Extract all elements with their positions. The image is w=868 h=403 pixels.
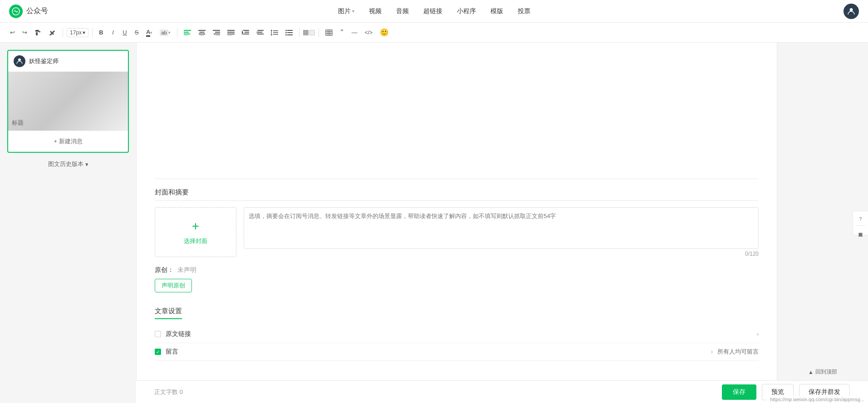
nav-item-hyperlink[interactable]: 超链接 xyxy=(417,5,449,18)
nav-item-audio[interactable]: 音频 xyxy=(390,5,415,18)
svg-rect-2 xyxy=(184,32,189,33)
comment-arrow-icon: › xyxy=(711,349,713,355)
help-divider xyxy=(856,225,865,226)
format-paint-button[interactable] xyxy=(32,27,44,38)
bold-button[interactable]: B xyxy=(96,27,106,38)
settings-rows: 原文链接 › ✓ 留言 › 所有人均可留言 xyxy=(155,325,759,361)
comment-value: 所有人均可留言 xyxy=(717,348,759,356)
svg-rect-3 xyxy=(184,34,190,34)
hr-button[interactable]: — xyxy=(349,27,360,38)
user-avatar[interactable] xyxy=(843,4,859,19)
font-size-selector[interactable]: 17px ▾ xyxy=(67,28,88,37)
bottom-bar: 正文字数 0 保存 预览 保存并群发 xyxy=(136,380,868,403)
editor-toolbar: ↩ ↪ 17px ▾ B I U S A ▾ ab ▾ xyxy=(0,23,868,43)
svg-rect-34 xyxy=(326,30,332,35)
svg-rect-1 xyxy=(184,30,191,31)
original-link-arrow-icon: › xyxy=(757,331,759,337)
quote-button[interactable]: " xyxy=(337,27,347,39)
nav-item-video[interactable]: 视频 xyxy=(363,5,388,18)
align-center-button[interactable] xyxy=(196,28,208,38)
strikethrough-button[interactable]: S xyxy=(132,27,142,38)
original-row: 原创： 未声明 xyxy=(155,266,759,274)
abstract-area: 0/120 xyxy=(244,207,759,257)
article-card-header: 妖怪鉴定师 xyxy=(8,51,128,72)
abstract-textarea[interactable] xyxy=(244,207,759,249)
help-feedback-item[interactable]: 重到问题 xyxy=(856,228,865,231)
svg-rect-26 xyxy=(273,32,278,33)
history-arrow-icon: ▾ xyxy=(85,161,88,168)
emoji-button[interactable]: 🙂 xyxy=(377,26,392,39)
indent-button[interactable] xyxy=(239,28,252,38)
svg-rect-16 xyxy=(227,35,232,36)
left-sidebar: 妖怪鉴定师 标题 + 新建消息 图文历史版本 ▾ xyxy=(0,43,136,403)
question-icon: ? xyxy=(859,217,862,222)
editor-content[interactable] xyxy=(155,52,759,170)
svg-point-33 xyxy=(285,34,287,35)
logo-icon xyxy=(9,5,23,18)
nav-center: 图片 ▾ 视频 音频 超链接 小程序 模版 投票 xyxy=(332,5,537,18)
underline-button[interactable]: U xyxy=(120,27,130,38)
history-link[interactable]: 图文历史版本 ▾ xyxy=(7,160,129,168)
nav-item-template[interactable]: 模版 xyxy=(484,5,510,18)
help-question-item[interactable]: ? xyxy=(858,215,864,223)
redo-button[interactable]: ↪ xyxy=(20,27,30,38)
align-justify-button[interactable] xyxy=(225,28,237,38)
back-to-top-button[interactable]: ▲ 回到顶部 xyxy=(808,368,837,376)
divider-1 xyxy=(63,28,63,37)
original-section: 原创： 未声明 声明原创 xyxy=(155,266,759,300)
svg-rect-10 xyxy=(215,32,220,33)
align-left-button[interactable] xyxy=(181,28,194,38)
original-link-checkbox[interactable] xyxy=(155,331,161,337)
line-height-button[interactable] xyxy=(268,27,281,38)
help-panel: ? 重到问题 xyxy=(853,211,868,235)
cover-select-box[interactable]: + 选择封面 xyxy=(155,207,236,257)
align-right-button[interactable] xyxy=(210,28,223,38)
svg-rect-23 xyxy=(258,34,264,34)
cover-select-text: 选择封面 xyxy=(184,237,207,245)
clear-format-button[interactable] xyxy=(46,27,59,38)
italic-button[interactable]: I xyxy=(108,27,118,38)
original-status: 未声明 xyxy=(177,266,196,274)
divider-4 xyxy=(299,28,299,37)
svg-rect-22 xyxy=(258,32,262,33)
outdent-button[interactable] xyxy=(254,28,266,38)
word-count-label: 正文字数 0 xyxy=(154,388,716,396)
svg-rect-28 xyxy=(287,30,293,31)
nav-item-vote[interactable]: 投票 xyxy=(511,5,537,18)
code-button[interactable]: </> xyxy=(362,28,375,38)
comment-checkbox[interactable]: ✓ xyxy=(155,349,161,355)
nav-item-image[interactable]: 图片 ▾ xyxy=(332,5,361,18)
save-button[interactable]: 保存 xyxy=(722,384,756,400)
svg-rect-29 xyxy=(287,32,293,33)
logo-area: 公众号 xyxy=(9,5,48,18)
svg-rect-14 xyxy=(227,32,235,33)
declare-original-button[interactable]: 声明原创 xyxy=(155,279,192,292)
svg-rect-25 xyxy=(273,30,278,31)
url-bar: https://mp.weixin.qq.com/cgi-bin/appmsg.… xyxy=(766,396,868,403)
table-button[interactable] xyxy=(323,28,335,38)
svg-rect-13 xyxy=(227,30,235,31)
svg-rect-30 xyxy=(287,34,293,35)
nav-item-miniprogram[interactable]: 小程序 xyxy=(451,5,482,18)
center-editor[interactable]: 封面和摘要 + 选择封面 0/120 原创： 未声明 声明原创 文章设 xyxy=(136,43,777,403)
article-card: 妖怪鉴定师 标题 + 新建消息 xyxy=(7,50,129,153)
cover-abstract-row: + 选择封面 0/120 xyxy=(155,207,759,257)
undo-button[interactable]: ↩ xyxy=(7,27,18,38)
article-settings-section: 文章设置 原文链接 › ✓ 留言 › 所有人均可留言 xyxy=(155,307,759,361)
svg-marker-20 xyxy=(242,30,243,35)
font-color-button[interactable]: A ▾ xyxy=(143,27,155,39)
back-to-top-arrow-icon: ▲ xyxy=(808,369,814,375)
cover-abstract-section: 封面和摘要 + 选择封面 0/120 xyxy=(155,188,759,257)
add-article-button[interactable]: + 新建消息 xyxy=(8,131,128,152)
list-button[interactable] xyxy=(283,28,295,38)
original-label: 原创： xyxy=(155,266,174,274)
svg-rect-12 xyxy=(216,35,220,36)
article-title-label: 标题 xyxy=(12,119,24,127)
divider-3 xyxy=(177,28,177,37)
article-thumbnail: 标题 xyxy=(8,72,128,131)
settings-title: 文章设置 xyxy=(155,307,182,319)
article-avatar xyxy=(14,55,25,67)
cover-abstract-title: 封面和摘要 xyxy=(155,188,759,201)
abstract-counter: 0/120 xyxy=(244,251,759,257)
highlight-button[interactable]: ab ▾ xyxy=(157,28,173,38)
